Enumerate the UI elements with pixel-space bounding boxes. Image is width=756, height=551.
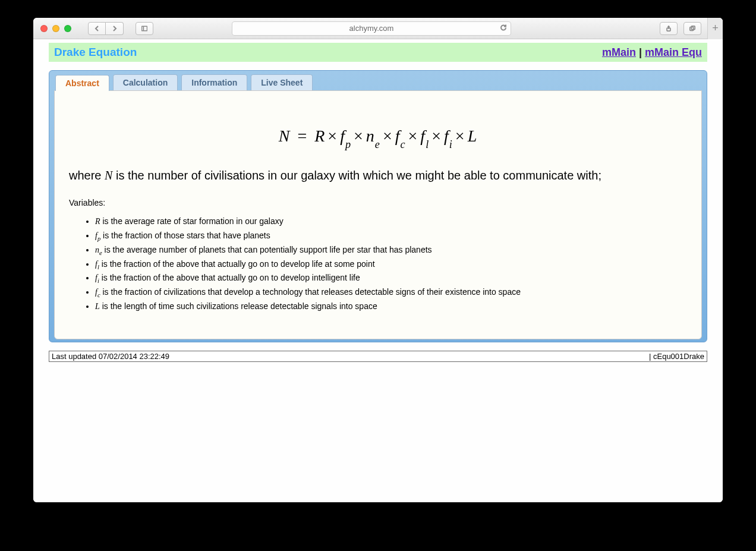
page-footer: Last updated 07/02/2014 23:22:49 | cEqu0…: [49, 351, 707, 362]
zoom-window-button[interactable]: [64, 25, 71, 32]
window-controls: [40, 25, 71, 32]
tab-container: Abstract Calculation Information Live Sh…: [49, 70, 707, 342]
variables-label: Variables:: [69, 198, 687, 207]
tab-panel-abstract: N = R×fp×ne×fc×fl×fi×L where N is the nu…: [54, 90, 702, 339]
nav-back-forward: [88, 22, 124, 35]
tab-calculation[interactable]: Calculation: [113, 74, 178, 90]
tab-row: Abstract Calculation Information Live Sh…: [52, 73, 704, 90]
header-links: mMain | mMain Equ: [602, 46, 702, 59]
toolbar-right: +: [660, 18, 716, 39]
share-button[interactable]: [660, 22, 678, 35]
back-button[interactable]: [88, 22, 106, 35]
page-header-strip: Drake Equation mMain | mMain Equ: [49, 43, 707, 62]
link-separator: |: [636, 46, 645, 58]
page-content: Drake Equation mMain | mMain Equ Abstrac…: [33, 39, 723, 502]
list-item: fp is the fraction of those stars that h…: [95, 230, 687, 243]
list-item: fl is the fraction of the above that act…: [95, 259, 687, 272]
drake-equation: N = R×fp×ne×fc×fl×fi×L: [69, 127, 687, 149]
footer-id: | cEqu001Drake: [649, 352, 704, 361]
list-item: ne is the average number of planets that…: [95, 244, 687, 257]
tab-abstract[interactable]: Abstract: [55, 75, 109, 91]
browser-window: alchymy.com + Drake Equation mMain | mMa…: [33, 18, 723, 502]
list-item: fi is the fraction of the above that act…: [95, 272, 687, 285]
minimize-window-button[interactable]: [52, 25, 59, 32]
reload-icon[interactable]: [500, 24, 507, 33]
url-text: alchymy.com: [349, 24, 394, 33]
titlebar: alchymy.com +: [33, 18, 723, 39]
sidebar-toggle-button[interactable]: [136, 22, 153, 35]
where-line: where N is the number of civilisations i…: [69, 169, 687, 182]
forward-button[interactable]: [106, 22, 124, 35]
link-mmain[interactable]: mMain: [602, 46, 636, 58]
address-bar[interactable]: alchymy.com: [232, 21, 511, 36]
page-title: Drake Equation: [54, 46, 137, 59]
close-window-button[interactable]: [40, 25, 48, 32]
variables-list: R is the average rate of star formation …: [69, 216, 687, 314]
tabs-button[interactable]: [683, 22, 701, 35]
new-tab-button[interactable]: +: [707, 18, 723, 39]
link-mmain-equ[interactable]: mMain Equ: [645, 46, 702, 58]
list-item: R is the average rate of star formation …: [95, 216, 687, 229]
tab-live-sheet[interactable]: Live Sheet: [251, 74, 313, 90]
footer-updated: Last updated 07/02/2014 23:22:49: [52, 352, 169, 361]
svg-rect-0: [141, 26, 147, 31]
list-item: fc is the fraction of civilizations that…: [95, 286, 687, 300]
tab-information[interactable]: Information: [181, 74, 247, 90]
list-item: L is the length of time such civilizatio…: [95, 301, 687, 314]
